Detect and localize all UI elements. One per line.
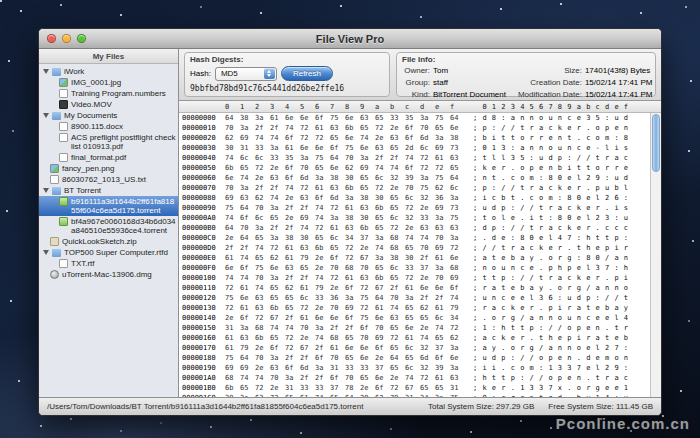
hex-byte[interactable]: 6e — [375, 313, 390, 323]
hex-byte[interactable]: 70 — [300, 163, 315, 173]
hex-byte[interactable]: 65 — [390, 363, 405, 373]
hex-byte[interactable]: 65 — [390, 143, 405, 153]
hex-byte[interactable]: 65 — [375, 263, 390, 273]
hex-byte[interactable]: 6e — [225, 173, 240, 183]
hex-byte[interactable]: 65 — [435, 383, 450, 393]
hex-byte[interactable]: 75 — [420, 183, 435, 193]
hex-byte[interactable]: 67 — [270, 313, 285, 323]
hex-byte[interactable]: 6c — [390, 263, 405, 273]
hex-byte[interactable]: 65 — [435, 123, 450, 133]
hex-byte[interactable]: 67 — [405, 383, 420, 393]
hex-byte[interactable]: 61 — [435, 373, 450, 383]
hex-byte[interactable]: 68 — [450, 263, 465, 273]
hex-byte[interactable]: 63 — [420, 223, 435, 233]
hex-byte[interactable]: 6e — [240, 293, 255, 303]
hex-byte[interactable]: 61 — [330, 223, 345, 233]
hex-byte[interactable]: 6c — [390, 213, 405, 223]
hex-byte[interactable]: 6d — [300, 173, 315, 183]
hex-byte[interactable]: 2e — [255, 173, 270, 183]
hex-byte[interactable]: 74 — [315, 393, 330, 397]
hex-byte[interactable]: 6f — [375, 383, 390, 393]
hex-byte[interactable]: 2f — [225, 243, 240, 253]
hex-byte[interactable]: 70 — [345, 373, 360, 383]
hex-byte[interactable]: 3a — [375, 253, 390, 263]
hex-byte[interactable]: 61 — [435, 303, 450, 313]
hex-byte[interactable]: 64 — [330, 153, 345, 163]
hex-byte[interactable]: 64 — [450, 173, 465, 183]
hex-byte[interactable]: 3a — [360, 153, 375, 163]
hex-byte[interactable]: 69 — [435, 243, 450, 253]
tree-item-6[interactable]: ACS preflight postflight checklist 01091… — [39, 132, 178, 152]
hex-byte[interactable]: 74 — [360, 133, 375, 143]
hex-byte[interactable]: 6f — [285, 173, 300, 183]
hex-byte[interactable]: 72 — [255, 383, 270, 393]
hex-byte[interactable]: 65 — [435, 333, 450, 343]
disclosure-triangle-icon[interactable] — [43, 188, 49, 193]
hex-byte[interactable]: 30 — [405, 253, 420, 263]
hex-byte[interactable]: 3a — [270, 233, 285, 243]
hex-byte[interactable]: 2f — [285, 273, 300, 283]
hex-byte[interactable]: 70 — [420, 243, 435, 253]
hex-byte[interactable]: 74 — [240, 373, 255, 383]
hex-byte[interactable]: 2e — [285, 193, 300, 203]
hex-byte[interactable]: 75 — [225, 203, 240, 213]
hex-byte[interactable]: 74 — [270, 133, 285, 143]
hex-byte[interactable]: 6c — [300, 293, 315, 303]
hex-byte[interactable]: 75 — [450, 393, 465, 397]
hex-byte[interactable]: 2f — [315, 373, 330, 383]
hex-byte[interactable]: 61 — [240, 283, 255, 293]
hex-byte[interactable]: 2f — [315, 343, 330, 353]
hex-byte[interactable]: 72 — [300, 303, 315, 313]
hex-byte[interactable]: 3a — [450, 233, 465, 243]
hex-byte[interactable]: 3a — [405, 293, 420, 303]
hex-byte[interactable]: 63 — [360, 113, 375, 123]
hex-byte[interactable]: 75 — [330, 113, 345, 123]
hex-byte[interactable]: 33 — [270, 153, 285, 163]
hex-byte[interactable]: 2e — [315, 263, 330, 273]
hex-byte[interactable]: 37 — [360, 233, 375, 243]
hex-byte[interactable]: 69 — [240, 133, 255, 143]
hex-byte[interactable]: 61 — [240, 303, 255, 313]
tree-item-3[interactable]: Video.MOV — [39, 99, 178, 110]
hex-byte[interactable]: 74 — [315, 273, 330, 283]
hex-byte[interactable]: 72 — [330, 273, 345, 283]
hex-byte[interactable]: 70 — [255, 203, 270, 213]
hex-byte[interactable]: 74 — [240, 273, 255, 283]
hex-byte[interactable]: 6f — [360, 323, 375, 333]
hex-byte[interactable]: 70 — [435, 233, 450, 243]
hex-byte[interactable]: 79 — [240, 343, 255, 353]
hex-byte[interactable]: 31 — [240, 143, 255, 153]
hex-byte[interactable]: 2f — [255, 123, 270, 133]
hex-byte[interactable]: 72 — [270, 243, 285, 253]
hex-byte[interactable]: 6f — [405, 133, 420, 143]
hex-byte[interactable]: 69 — [450, 273, 465, 283]
hex-byte[interactable]: 6e — [435, 283, 450, 293]
hex-byte[interactable]: 62 — [435, 183, 450, 193]
hex-byte[interactable]: 74 — [375, 163, 390, 173]
tree-item-9[interactable]: 86030762_1013_US.txt — [39, 174, 178, 185]
hex-byte[interactable]: 6f — [285, 163, 300, 173]
hex-byte[interactable]: 31 — [330, 363, 345, 373]
hex-byte[interactable]: 72 — [270, 393, 285, 397]
tree-item-8[interactable]: fancy_pen.png — [39, 163, 178, 174]
hex-byte[interactable]: 6b — [225, 383, 240, 393]
hex-byte[interactable]: 34 — [345, 233, 360, 243]
hex-byte[interactable]: 63 — [360, 203, 375, 213]
hex-byte[interactable]: 3a — [375, 233, 390, 243]
hex-byte[interactable]: 6e — [450, 253, 465, 263]
hex-byte[interactable]: 63 — [345, 223, 360, 233]
hex-byte[interactable]: 30 — [360, 213, 375, 223]
hex-byte[interactable]: 64 — [225, 223, 240, 233]
hex-byte[interactable]: 32 — [420, 193, 435, 203]
hex-byte[interactable]: 75 — [360, 313, 375, 323]
hex-byte[interactable]: 61 — [285, 143, 300, 153]
hex-byte[interactable]: 2f — [300, 373, 315, 383]
hex-byte[interactable]: 72 — [360, 283, 375, 293]
hex-byte[interactable]: 65 — [330, 393, 345, 397]
hex-byte[interactable]: 72 — [450, 323, 465, 333]
hex-byte[interactable]: 37 — [420, 263, 435, 273]
hex-byte[interactable]: 6c — [240, 153, 255, 163]
hex-byte[interactable]: 6e — [300, 143, 315, 153]
hex-byte[interactable]: 62 — [285, 283, 300, 293]
hex-byte[interactable]: 32 — [405, 213, 420, 223]
